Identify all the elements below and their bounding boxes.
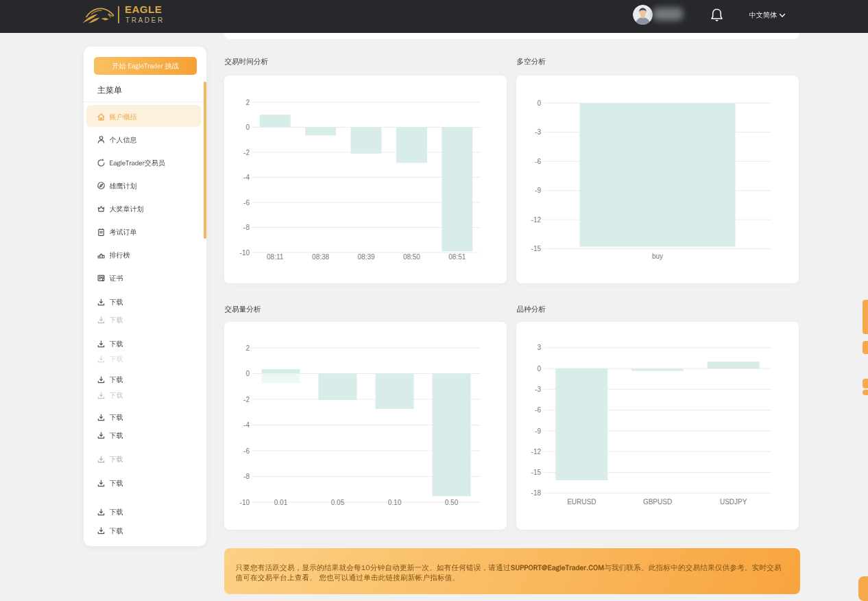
svg-text:-4: -4 — [243, 421, 250, 429]
svg-text:-6: -6 — [243, 447, 250, 455]
svg-text:-6: -6 — [535, 406, 541, 414]
svg-text:-12: -12 — [531, 216, 542, 224]
svg-text:0.05: 0.05 — [331, 499, 345, 506]
svg-text:0: 0 — [537, 365, 541, 373]
svg-text:-9: -9 — [535, 427, 541, 435]
svg-text:0.01: 0.01 — [274, 499, 288, 506]
svg-text:-6: -6 — [243, 199, 250, 207]
svg-text:0.10: 0.10 — [388, 499, 402, 506]
svg-text:-2: -2 — [243, 396, 250, 403]
svg-text:08:38: 08:38 — [312, 253, 329, 261]
svg-text:-15: -15 — [531, 469, 542, 476]
svg-text:-10: -10 — [240, 249, 250, 257]
svg-text:EURUSD: EURUSD — [567, 498, 596, 506]
svg-text:-15: -15 — [531, 245, 542, 252]
svg-text:08:39: 08:39 — [357, 253, 374, 261]
svg-text:-3: -3 — [535, 128, 541, 136]
svg-text:2: 2 — [245, 344, 250, 352]
svg-text:0: 0 — [245, 123, 250, 131]
svg-text:GBPUSD: GBPUSD — [643, 498, 672, 506]
svg-text:-6: -6 — [535, 158, 541, 165]
svg-text:0: 0 — [537, 99, 541, 107]
svg-text:0.50: 0.50 — [445, 499, 459, 506]
svg-text:0: 0 — [245, 370, 250, 377]
svg-text:-18: -18 — [531, 489, 542, 497]
svg-text:-9: -9 — [535, 187, 541, 194]
svg-text:buy: buy — [652, 252, 663, 260]
svg-text:08:50: 08:50 — [403, 253, 420, 261]
svg-text:-2: -2 — [243, 149, 250, 156]
svg-text:-3: -3 — [535, 386, 541, 393]
svg-text:-8: -8 — [243, 473, 250, 480]
svg-text:08:51: 08:51 — [448, 253, 466, 261]
svg-text:2: 2 — [245, 99, 250, 106]
svg-text:08:11: 08:11 — [267, 253, 284, 261]
svg-text:USDJPY: USDJPY — [720, 498, 747, 506]
svg-text:-4: -4 — [243, 174, 250, 181]
svg-text:-12: -12 — [531, 448, 542, 456]
svg-text:3: 3 — [537, 344, 541, 351]
svg-text:-10: -10 — [240, 499, 250, 506]
svg-text:-8: -8 — [243, 224, 250, 231]
